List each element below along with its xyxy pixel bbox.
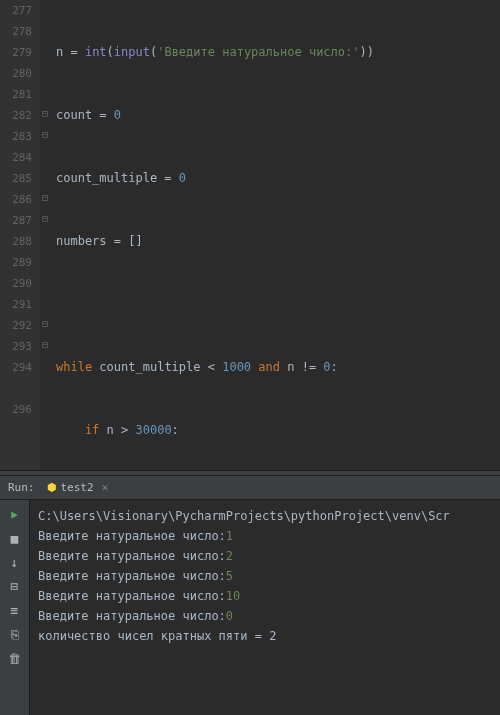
fold-icon[interactable]: ⊟ (42, 192, 48, 203)
run-panel: Run: ⬢ test2 × ▶ ■ ↓ ⊟ ≡ ⎘ 🗑 C:\Users\Vi… (0, 476, 500, 715)
fold-icon[interactable]: ⊟ (42, 318, 48, 329)
fold-icon[interactable]: ⊟ (42, 213, 48, 224)
run-toolbar: ▶ ■ ↓ ⊟ ≡ ⎘ 🗑 (0, 500, 30, 715)
layout-icon[interactable]: ⊟ (7, 578, 23, 594)
stop-icon[interactable]: ■ (7, 530, 23, 546)
run-header: Run: ⬢ test2 × (0, 476, 500, 500)
exec-path: C:\Users\Visionary\PycharmProjects\pytho… (38, 509, 450, 523)
line-number-gutter: 277 278 279 280 281 282 283 284 285 286 … (0, 0, 40, 470)
rerun-icon[interactable]: ▶ (7, 506, 23, 522)
result-line: количество чисел кратных пяти = 2 (38, 629, 276, 643)
python-icon: ⬢ (47, 481, 57, 494)
console-output[interactable]: C:\Users\Visionary\PycharmProjects\pytho… (30, 500, 500, 715)
code-content[interactable]: n = int(input('Введите натуральное число… (56, 0, 500, 470)
code-editor[interactable]: 277 278 279 280 281 282 283 284 285 286 … (0, 0, 500, 470)
fold-icon[interactable]: ⊟ (42, 108, 48, 119)
run-tab-label: test2 (61, 481, 94, 494)
up-icon[interactable]: ≡ (7, 602, 23, 618)
fold-column[interactable]: ⊟ ⊟ ⊟ ⊟ ⊟ ⊟ (40, 0, 54, 470)
run-label: Run: (8, 481, 35, 494)
trash-icon[interactable]: 🗑 (7, 650, 23, 666)
fold-icon[interactable]: ⊟ (42, 339, 48, 350)
close-icon[interactable]: × (102, 481, 109, 494)
down-icon[interactable]: ↓ (7, 554, 23, 570)
fold-icon[interactable]: ⊟ (42, 129, 48, 140)
export-icon[interactable]: ⎘ (7, 626, 23, 642)
run-tab[interactable]: ⬢ test2 × (47, 481, 109, 494)
